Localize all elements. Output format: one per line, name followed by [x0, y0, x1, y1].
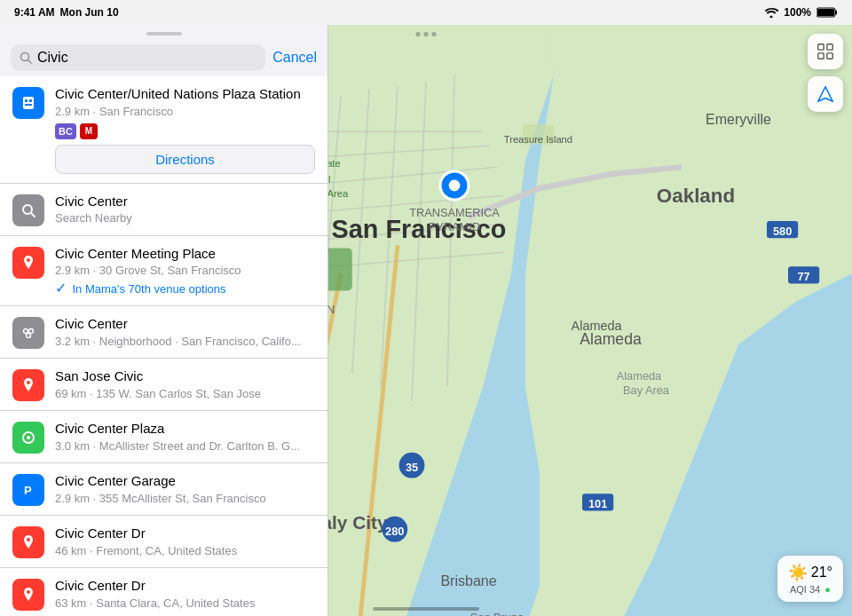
svg-point-99 — [27, 590, 30, 594]
result-title: Civic Center — [55, 315, 315, 333]
svg-text:77: 77 — [797, 270, 809, 283]
result-subtitle: 3.2 km · Neighborhood · San Francisco, C… — [55, 335, 315, 348]
result-title: Civic Center Meeting Place — [55, 245, 315, 263]
list-item[interactable]: Civic Center Search Nearby — [0, 184, 327, 236]
svg-text:Bay Area: Bay Area — [623, 383, 670, 397]
weather-icon: ☀️ — [788, 563, 808, 582]
drag-handle[interactable] — [146, 32, 182, 36]
svg-rect-1 — [835, 11, 837, 15]
svg-text:Brisbane: Brisbane — [440, 573, 496, 588]
venue-info: ✓ In Mama's 70th venue options — [55, 280, 315, 296]
svg-text:TRANSAMERICA: TRANSAMERICA — [409, 206, 500, 219]
search-input-wrapper[interactable] — [11, 44, 265, 71]
list-item[interactable]: Civic Center Dr 46 km · Fremont, CA, Uni… — [0, 516, 327, 568]
list-item[interactable]: Civic Center Plaza 3.0 km · McAllister S… — [0, 411, 327, 463]
svg-point-93 — [27, 334, 31, 338]
result-title: San Jose Civic — [55, 367, 315, 385]
result-title: Civic Center Dr — [55, 577, 315, 595]
map-dots — [416, 32, 437, 36]
transit-icon — [12, 87, 44, 119]
status-time: 9:41 AM — [14, 6, 55, 19]
plaza-icon — [12, 422, 44, 454]
result-title: Civic Center/United Nations Plaza Statio… — [55, 85, 315, 103]
result-content-meeting: Civic Center Meeting Place 2.9 km · 30 G… — [55, 245, 315, 297]
badge-muni: M — [80, 123, 98, 139]
result-subtitle: 69 km · 135 W. San Carlos St, San Jose — [55, 387, 315, 400]
svg-point-92 — [29, 329, 34, 334]
result-content-nearby: Civic Center Search Nearby — [55, 193, 315, 225]
list-item[interactable]: Civic Center/United Nations Plaza Statio… — [0, 76, 327, 184]
svg-rect-84 — [23, 97, 34, 109]
search-nearby-icon — [12, 194, 44, 226]
svg-text:Alameda: Alameda — [572, 319, 622, 333]
svg-text:580: 580 — [773, 225, 792, 238]
svg-text:35: 35 — [406, 461, 418, 474]
my-location-button[interactable] — [808, 76, 843, 112]
result-content-plaza: Civic Center Plaza 3.0 km · McAllister S… — [55, 420, 315, 453]
venue-link[interactable]: In Mama's 70th venue options — [72, 282, 225, 296]
svg-text:Alameda: Alameda — [617, 369, 662, 383]
result-subtitle: 2.9 km · 30 Grove St, San Francisco — [55, 264, 315, 277]
map-layers-button[interactable] — [808, 34, 843, 69]
home-bar — [373, 607, 479, 611]
wifi-icon — [764, 7, 778, 18]
search-input[interactable] — [37, 50, 256, 66]
checkmark-icon: ✓ — [55, 280, 67, 296]
result-title: Civic Center Plaza — [55, 420, 315, 438]
pin-icon — [12, 369, 44, 401]
cancel-button[interactable]: Cancel — [272, 46, 317, 69]
result-content-fremont: Civic Center Dr 46 km · Fremont, CA, Uni… — [55, 525, 315, 557]
svg-text:P: P — [24, 484, 32, 497]
pin-icon — [12, 579, 44, 611]
map-layers-icon — [816, 42, 835, 61]
svg-text:Emeryville: Emeryville — [706, 112, 771, 127]
svg-line-89 — [31, 213, 35, 217]
svg-point-98 — [27, 538, 30, 541]
svg-rect-87 — [25, 104, 32, 106]
list-item[interactable]: Civic Center Meeting Place 2.9 km · 30 G… — [0, 236, 327, 307]
list-item[interactable]: P Civic Center Garage 2.9 km · 355 McAll… — [0, 463, 327, 516]
svg-text:280: 280 — [385, 525, 404, 538]
status-day: Mon Jun 10 — [60, 6, 119, 19]
status-left: 9:41 AM Mon Jun 10 — [14, 6, 119, 19]
svg-text:Oakland: Oakland — [657, 185, 735, 207]
svg-marker-81 — [818, 87, 833, 102]
sidebar: Cancel Civic Center/United Nations Plaza… — [0, 25, 328, 616]
svg-rect-79 — [818, 53, 824, 59]
result-subtitle: 2.9 km · 355 McAllister St, San Francisc… — [55, 492, 315, 505]
svg-text:San Bruno: San Bruno — [470, 611, 524, 616]
weather-widget: ☀️ 21° AQI 34 ● — [777, 556, 843, 602]
result-subtitle: 3.0 km · McAllister Street and Dr. Carlt… — [55, 439, 315, 453]
parking-icon: P — [12, 474, 44, 506]
search-icon — [20, 51, 32, 64]
svg-rect-77 — [818, 44, 824, 50]
svg-point-34 — [449, 180, 461, 192]
results-list[interactable]: Civic Center/United Nations Plaza Statio… — [0, 76, 327, 616]
list-item[interactable]: Civic Center Dr 63 km · Santa Clara, CA,… — [0, 568, 327, 616]
pin-icon — [12, 526, 44, 558]
result-title: Civic Center Garage — [55, 472, 315, 490]
location-arrow-icon — [816, 84, 835, 104]
directions-button[interactable]: Directions — [55, 145, 315, 174]
result-content-sanjose: San Jose Civic 69 km · 135 W. San Carlos… — [55, 367, 315, 400]
status-right: 100% — [764, 6, 838, 19]
search-bar: Cancel — [0, 39, 327, 76]
neighborhood-icon — [12, 317, 44, 349]
list-item[interactable]: Civic Center 3.2 km · Neighborhood · San… — [0, 306, 327, 359]
weather-temp: 21° — [811, 565, 832, 580]
svg-rect-80 — [827, 53, 832, 59]
svg-text:Treasure Island: Treasure Island — [504, 134, 572, 145]
badge-bc: BC — [55, 123, 76, 139]
result-title: Civic Center — [55, 193, 315, 210]
list-item[interactable]: San Jose Civic 69 km · 135 W. San Carlos… — [0, 359, 327, 411]
result-subtitle: 2.9 km · San Francisco — [55, 105, 315, 118]
battery-level: 100% — [784, 6, 811, 19]
result-content-garage: Civic Center Garage 2.9 km · 355 McAllis… — [55, 472, 315, 505]
svg-line-83 — [28, 60, 32, 64]
pin-icon — [12, 247, 44, 279]
svg-point-91 — [24, 329, 28, 334]
result-subtitle: 63 km · Santa Clara, CA, United States — [55, 596, 315, 610]
result-content-station: Civic Center/United Nations Plaza Statio… — [55, 85, 315, 174]
result-content-santaclara: Civic Center Dr 63 km · Santa Clara, CA,… — [55, 577, 315, 610]
result-subtitle: 46 km · Fremont, CA, United States — [55, 544, 315, 557]
